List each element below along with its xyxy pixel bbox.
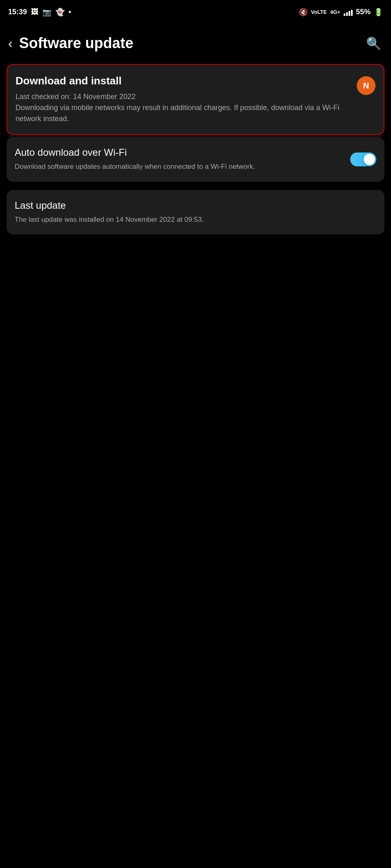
wifi-card-text: Auto download over Wi-Fi Download softwa… <box>15 147 350 172</box>
last-update-title: Last update <box>15 200 376 211</box>
signal-bar-2 <box>346 12 348 16</box>
download-install-card[interactable]: Download and install Last checked on: 14… <box>7 64 384 135</box>
battery-percentage: 55% <box>356 8 371 16</box>
status-time: 15:39 <box>8 8 27 16</box>
divider <box>8 136 383 136</box>
status-right: 🔇 VoLTE 4G+ 55% 🔋 <box>299 8 383 17</box>
download-install-subtitle: Last checked on: 14 November 2022Downloa… <box>16 91 350 124</box>
status-bar: 15:39 🖼 📷 👻 • 🔇 VoLTE 4G+ 55% 🔋 <box>0 0 391 22</box>
main-content: Download and install Last checked on: 14… <box>0 64 391 234</box>
wifi-card-title: Auto download over Wi-Fi <box>15 147 344 158</box>
toggle-circle <box>364 154 375 165</box>
signal-bars <box>344 9 353 16</box>
last-update-subtitle: The last update was installed on 14 Nove… <box>15 214 376 225</box>
auto-download-wifi-card[interactable]: Auto download over Wi-Fi Download softwa… <box>7 137 384 182</box>
network-indicator: 4G+ <box>330 9 340 15</box>
battery-icon: 🔋 <box>374 8 383 17</box>
page-title: Software update <box>19 35 133 52</box>
auto-download-toggle[interactable] <box>350 152 376 166</box>
toggle-container <box>350 152 376 166</box>
back-button[interactable]: ‹ <box>8 37 13 50</box>
header-left: ‹ Software update <box>8 35 133 52</box>
signal-bar-4 <box>351 10 353 16</box>
last-update-card[interactable]: Last update The last update was installe… <box>7 190 384 235</box>
snapchat-icon: 👻 <box>56 8 64 17</box>
search-button[interactable]: 🔍 <box>366 36 381 51</box>
download-install-title: Download and install <box>16 75 350 87</box>
mute-icon: 🔇 <box>299 8 308 17</box>
volte-indicator: VoLTE <box>311 9 327 15</box>
download-install-text: Download and install Last checked on: 14… <box>16 75 357 124</box>
wifi-card-subtitle: Download software updates automatically … <box>15 161 344 172</box>
page-header: ‹ Software update 🔍 <box>0 27 391 60</box>
status-left: 15:39 🖼 📷 👻 • <box>8 8 71 17</box>
dot-indicator: • <box>69 8 71 16</box>
camera-icon: 📷 <box>42 8 51 17</box>
gallery-icon: 🖼 <box>31 8 38 16</box>
signal-bar-3 <box>349 11 350 16</box>
notification-badge: N <box>357 76 375 95</box>
signal-bar-1 <box>344 13 345 16</box>
